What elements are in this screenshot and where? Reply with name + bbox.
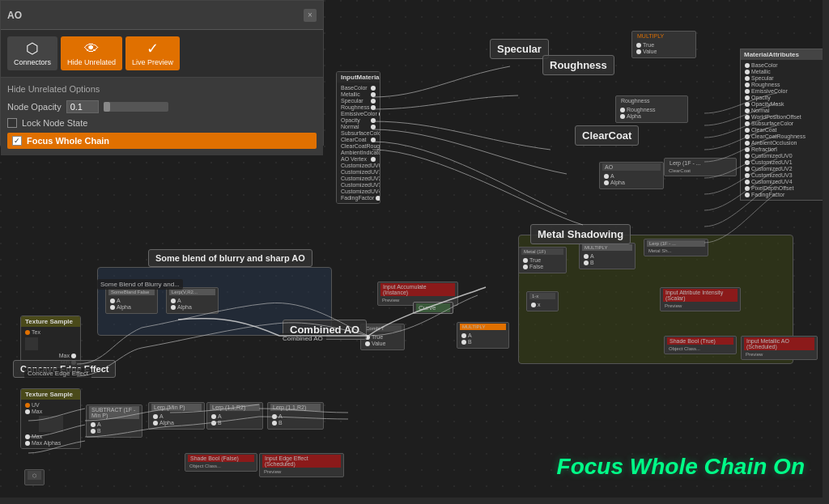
window-close-button[interactable]: × (304, 9, 317, 22)
material-output-body: BaseColor Metallic Specular Roughness Em… (741, 60, 828, 200)
combined-multiply-node: MULTIPLY AB (457, 322, 509, 349)
window-title: AO (7, 10, 22, 21)
some-blend-label: Some blend of blurry and sharp AO (148, 249, 312, 267)
connectors-icon: ⬡ (26, 40, 39, 57)
toolbar-top: AO × (1, 1, 323, 30)
clearcoat-multiply-node: Lerp (1F - ... ClearCoat (664, 158, 737, 176)
concave-lerp1-node: Lerp (Min P) AAlpha (148, 402, 205, 430)
connectors-button[interactable]: ⬡ Connectors (7, 36, 57, 70)
dropdown-title: Hide Unrelated Options (7, 84, 317, 94)
concave-lerp3-node: Lerp (1,1,R2) AB (267, 402, 324, 430)
hide-unrelated-button[interactable]: 👁 Hide Unrelated (61, 36, 122, 70)
blend-lerp2-node: Lerp(V,R2... AAlpha (166, 287, 219, 314)
metal-lerp-node: Lerp (1F - ... Metal Sh... (644, 239, 708, 256)
shade-bool-false1-node: Shade Bool (False) Object Class... (185, 453, 257, 472)
focus-whole-chain-checkbox[interactable]: ✓ (12, 136, 22, 146)
connectors-label: Connectors (14, 59, 51, 67)
input-attribute-intensity-node: Input Attribute Intensity (Scalar) Previ… (660, 287, 741, 311)
concave-edge-sublabel: Concave Edge Effect (24, 368, 91, 379)
toolbar-panel: AO × ⬡ Connectors 👁 Hide Unrelated ✓ Liv… (0, 0, 324, 146)
node-opacity-input[interactable] (66, 100, 99, 113)
hide-unrelated-label: Hide Unrelated (67, 59, 116, 67)
live-preview-icon: ✓ (147, 40, 159, 57)
metal-result-node: 1-x x (526, 291, 559, 311)
material-output-node: MaterialAttributes BaseColor Metallic Sp… (740, 49, 829, 201)
hide-unrelated-icon: 👁 (84, 40, 99, 57)
vertical-scrollbar[interactable] (823, 0, 829, 504)
lock-node-state-label: Lock Node State (22, 118, 87, 128)
roughness-label: Roughness (542, 55, 614, 75)
texture-sample-bottom-node: Texture Sample UV Max Max Max Alphas (20, 388, 81, 449)
hide-unrelated-dropdown: Hide Unrelated Options Node Opacity Lock… (1, 78, 323, 155)
combined-ao-node: Combi T TrueValue (360, 324, 405, 350)
live-preview-button[interactable]: ✓ Live Preview (125, 36, 180, 70)
focus-whole-chain-label: Focus Whole Chain (27, 136, 109, 146)
specular-multiply-node: MULTIPLY TrueValue (631, 31, 696, 58)
clearcoat-label: ClearCoat (575, 125, 639, 146)
material-output-header: MaterialAttributes (741, 49, 828, 60)
live-preview-label: Live Preview (132, 59, 173, 67)
metal-multiply1-node: MULTIPLY AB (579, 243, 636, 269)
input-edge-effect-node: Input Edge Effect (Scheduled) Preview (259, 453, 344, 477)
focus-whole-chain-status: Focus Whole Chain On (557, 454, 805, 480)
concave-lerp2-node: Lerp (1,1,R2) AB (206, 402, 263, 430)
lock-node-state-row: Lock Node State (7, 118, 317, 128)
combined-ao-sublabel: Combined AO (279, 333, 326, 344)
focus-whole-chain-row[interactable]: ✓ Focus Whole Chain (7, 133, 317, 149)
toolbar-buttons-row: ⬡ Connectors 👁 Hide Unrelated ✓ Live Pre… (1, 30, 323, 78)
concave-subtract1-node: SUBTRACT (1F - Min P) AB (86, 404, 142, 438)
shade-bool-true-node: Shade Bool (True) Object Class... (664, 336, 737, 354)
specular-label: Specular (490, 39, 549, 59)
small-connector-node: ⬡ (24, 469, 45, 485)
horizontal-scrollbar[interactable] (0, 498, 829, 504)
roughness-multiply-node: Roughness RoughnessAlpha (615, 95, 688, 123)
blend-lerp1-node: SomeBland False AAlpha (105, 287, 158, 314)
lock-node-state-checkbox[interactable] (7, 118, 17, 128)
input-metallic-ao-node: Input Metallic AO (Scheduled) Preview (741, 336, 818, 360)
metal-shadowing-label: Metal Shadowing (530, 224, 631, 244)
curve-node: Curve (413, 302, 453, 314)
some-blend-sublabel: Some Blend of Blurry and... (97, 279, 183, 290)
node-opacity-label: Node Opacity (7, 102, 62, 112)
input-material-node: InputMaterial BaseColor Metallic Specula… (336, 71, 380, 204)
clearcoat-ao-node: AO AAlpha (599, 162, 664, 189)
node-opacity-row: Node Opacity (7, 100, 317, 113)
node-opacity-slider[interactable] (104, 102, 168, 112)
metal-ao-node: Metal (1F) TrueFalse (518, 247, 567, 273)
